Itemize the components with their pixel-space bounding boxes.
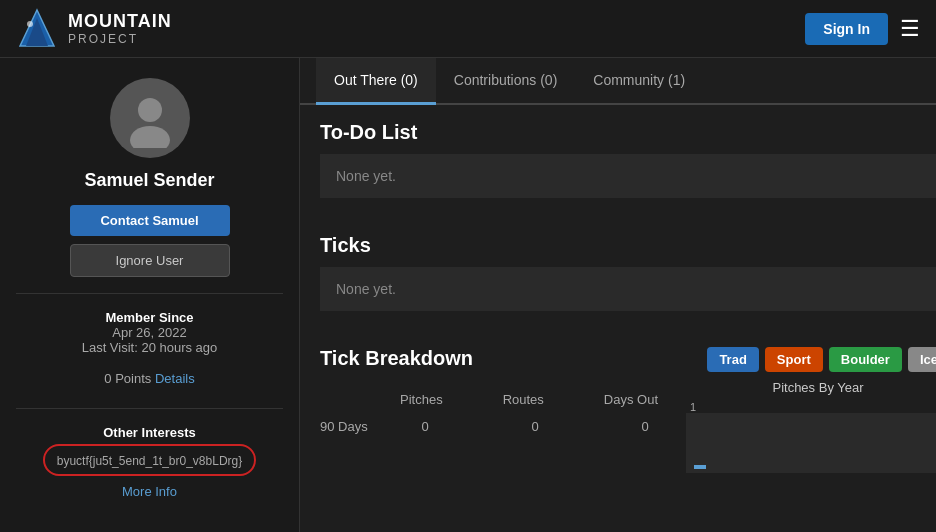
todo-empty: None yet. [320, 154, 936, 198]
avatar [110, 78, 190, 158]
ice-button[interactable]: Ice [908, 347, 936, 372]
todo-empty-text: None yet. [336, 168, 396, 184]
value-routes-90: 0 [510, 419, 560, 434]
todo-title: To-Do List [320, 121, 936, 144]
ticks-empty: None yet. [320, 267, 936, 311]
tab-contributions[interactable]: Contributions (0) [436, 58, 576, 105]
pitches-chart [686, 413, 936, 473]
svg-point-3 [138, 98, 162, 122]
other-interests-label: Other Interests [103, 425, 195, 440]
ticks-section: Ticks None yet. [300, 234, 936, 347]
year-axis-label: 1 [686, 401, 936, 413]
tab-community-label: Community [593, 72, 668, 88]
trad-button[interactable]: Trad [707, 347, 758, 372]
sign-in-button[interactable]: Sign In [805, 13, 888, 45]
avatar-icon [120, 88, 180, 148]
last-visit: Last Visit: 20 hours ago [82, 340, 218, 355]
value-days-90: 0 [620, 419, 670, 434]
breakdown-values: 0 0 0 [400, 419, 670, 434]
hamburger-menu-button[interactable]: ☰ [900, 16, 920, 42]
header-right: Sign In ☰ [805, 13, 920, 45]
svg-point-2 [27, 21, 33, 27]
breakdown-header-row: Pitches Routes Days Out [320, 388, 670, 415]
tab-contributions-label: Contributions [454, 72, 540, 88]
breakdown-table-wrapper: Pitches Routes Days Out 90 Days 0 0 0 [320, 380, 670, 438]
chart-bar [694, 465, 706, 469]
lower-left: Tick Breakdown Pitches Routes Days Out 9… [320, 347, 670, 473]
logo-area: MOUNTAIN PROJECT [16, 8, 172, 50]
tab-out-there-count: (0) [401, 72, 418, 88]
col-pitches: Pitches [400, 392, 443, 407]
col-routes: Routes [503, 392, 544, 407]
sport-button[interactable]: Sport [765, 347, 823, 372]
divider-2 [16, 408, 283, 409]
ticks-title: Ticks [320, 234, 936, 257]
points-value: 0 Points [104, 371, 151, 386]
tab-community[interactable]: Community (1) [575, 58, 703, 105]
tick-breakdown-title: Tick Breakdown [320, 347, 670, 370]
tab-community-count: (1) [668, 72, 685, 88]
points-row: 0 Points Details [104, 371, 194, 386]
logo-mountain-label: MOUNTAIN [68, 11, 172, 32]
member-since-date: Apr 26, 2022 [82, 325, 218, 340]
col-days-out: Days Out [604, 392, 658, 407]
member-since-label: Member Since [82, 310, 218, 325]
ignore-user-button[interactable]: Ignore User [70, 244, 230, 277]
tab-contributions-count: (0) [540, 72, 557, 88]
member-since-section: Member Since Apr 26, 2022 Last Visit: 20… [82, 310, 218, 355]
ticks-empty-text: None yet. [336, 281, 396, 297]
tab-out-there[interactable]: Out There (0) [316, 58, 436, 105]
sidebar: Samuel Sender Contact Samuel Ignore User… [0, 58, 300, 532]
tab-out-there-label: Out There [334, 72, 401, 88]
row-label-90days: 90 Days [320, 419, 400, 434]
more-info-link[interactable]: More Info [122, 484, 177, 499]
user-name: Samuel Sender [84, 170, 214, 191]
main-content: Samuel Sender Contact Samuel Ignore User… [0, 58, 936, 532]
details-link[interactable]: Details [155, 371, 195, 386]
logo-icon [16, 8, 58, 50]
value-pitches-90: 0 [400, 419, 450, 434]
tick-breakdown-section: Tick Breakdown Pitches Routes Days Out 9… [300, 347, 936, 489]
tabs-bar: Out There (0) Contributions (0) Communit… [300, 58, 936, 105]
lower-area: Tick Breakdown Pitches Routes Days Out 9… [320, 347, 936, 473]
interests-box: byuctf{ju5t_5end_1t_br0_v8bLDrg} [43, 444, 256, 476]
interests-text: byuctf{ju5t_5end_1t_br0_v8bLDrg} [57, 454, 242, 468]
type-buttons-row: Trad Sport Boulder Ice [686, 347, 936, 372]
right-panel: Out There (0) Contributions (0) Communit… [300, 58, 936, 532]
logo-text: MOUNTAIN PROJECT [68, 11, 172, 46]
lower-right: Trad Sport Boulder Ice Pitches By Year 1 [670, 347, 936, 473]
contact-button[interactable]: Contact Samuel [70, 205, 230, 236]
svg-point-4 [130, 126, 170, 148]
breakdown-row-90days: 90 Days 0 0 0 [320, 415, 670, 438]
boulder-button[interactable]: Boulder [829, 347, 902, 372]
logo-project-label: PROJECT [68, 32, 172, 46]
divider [16, 293, 283, 294]
header: MOUNTAIN PROJECT Sign In ☰ [0, 0, 936, 58]
pitches-by-year-label: Pitches By Year [686, 380, 936, 395]
todo-section: To-Do List None yet. [300, 105, 936, 234]
